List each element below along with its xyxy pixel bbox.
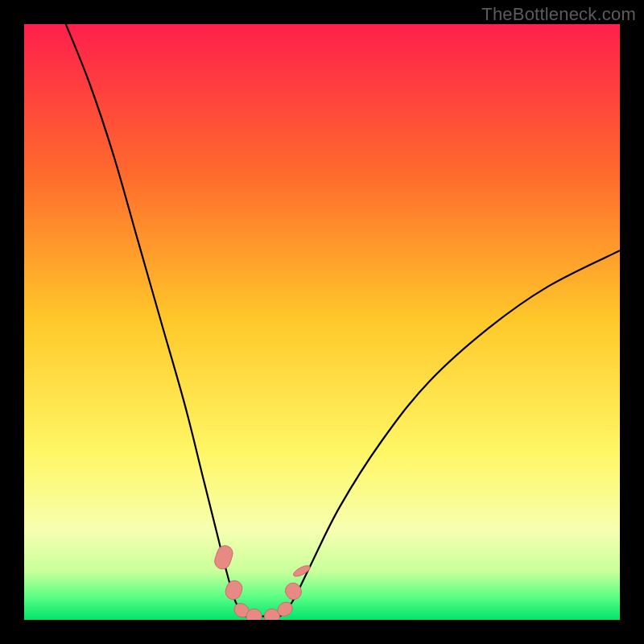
chart-area xyxy=(24,24,620,620)
curves-layer xyxy=(24,24,620,620)
watermark-text: TheBottleneck.com xyxy=(481,4,636,25)
left-curve xyxy=(66,24,245,617)
right-curve xyxy=(280,250,620,616)
